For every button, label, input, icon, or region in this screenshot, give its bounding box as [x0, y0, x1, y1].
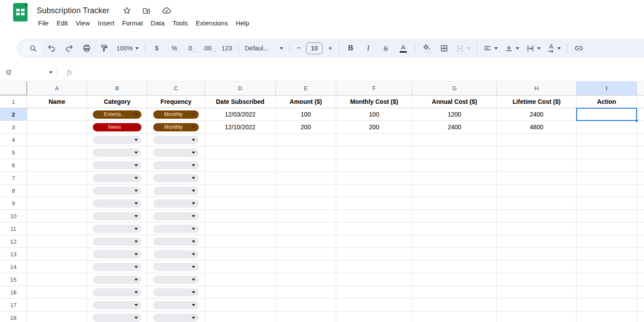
dropdown-chip-B15[interactable]	[93, 276, 141, 284]
cell-B2[interactable]: Enterta...	[87, 108, 148, 121]
menu-format[interactable]: Format	[118, 18, 147, 28]
cell-H4[interactable]	[497, 134, 577, 146]
row-header-11[interactable]: 11	[0, 223, 27, 235]
dropdown-chip-C8[interactable]	[153, 187, 199, 195]
redo-button[interactable]	[60, 41, 78, 55]
cell-F5[interactable]	[336, 146, 412, 159]
cell-I5[interactable]	[577, 146, 637, 159]
menu-insert[interactable]: Insert	[94, 18, 118, 28]
font-size-input[interactable]: 10	[306, 42, 323, 54]
cell-A11[interactable]	[27, 223, 87, 235]
dropdown-chip-C7[interactable]	[153, 174, 199, 182]
cell-C3[interactable]: Monthly	[148, 121, 205, 134]
menu-file[interactable]: File	[34, 18, 53, 28]
column-header-partial[interactable]	[637, 81, 644, 96]
dropdown-chip-C9[interactable]	[153, 199, 199, 208]
paint-format-button[interactable]	[95, 41, 113, 55]
cell-C6[interactable]	[148, 159, 205, 172]
dropdown-chip-C3[interactable]: Monthly	[153, 123, 199, 131]
cell-D10[interactable]	[205, 210, 276, 223]
dropdown-chip-C10[interactable]	[153, 212, 199, 220]
cell-H12[interactable]	[497, 235, 577, 248]
dropdown-chip-B17[interactable]	[93, 301, 141, 309]
cell-G6[interactable]	[412, 159, 497, 172]
cell-G11[interactable]	[412, 223, 497, 235]
cell-E16[interactable]	[276, 286, 336, 299]
cell-A3[interactable]	[27, 121, 87, 134]
vertical-align-button[interactable]	[501, 41, 523, 55]
row-header-12[interactable]: 12	[0, 235, 27, 248]
dropdown-chip-C16[interactable]	[153, 288, 199, 297]
dropdown-chip-C15[interactable]	[153, 276, 199, 284]
cell-B16[interactable]	[87, 286, 148, 299]
merge-cells-button[interactable]	[453, 41, 474, 55]
cell-F17[interactable]	[336, 299, 412, 311]
menu-tools[interactable]: Tools	[169, 18, 192, 28]
cell-C11[interactable]	[148, 223, 205, 235]
cell-J4-partial[interactable]	[637, 134, 644, 146]
row-header-6[interactable]: 6	[0, 159, 27, 172]
cell-I13[interactable]	[577, 248, 637, 261]
row-header-1[interactable]: 1	[0, 96, 27, 108]
dropdown-chip-B2[interactable]: Enterta...	[93, 110, 141, 119]
cell-A8[interactable]	[27, 184, 87, 197]
cell-E8[interactable]	[276, 184, 336, 197]
dropdown-chip-B7[interactable]	[93, 174, 141, 182]
cell-D1[interactable]: Date Subscribed	[205, 96, 276, 108]
row-header-9[interactable]: 9	[0, 197, 27, 210]
cell-G12[interactable]	[412, 235, 497, 248]
cell-C12[interactable]	[148, 235, 205, 248]
cell-A17[interactable]	[27, 299, 87, 311]
dropdown-chip-B16[interactable]	[93, 288, 141, 297]
column-header-d[interactable]: D	[205, 81, 276, 96]
cell-B3[interactable]: News	[87, 121, 148, 134]
cell-F7[interactable]	[336, 172, 412, 184]
cell-E17[interactable]	[276, 299, 336, 311]
cell-I12[interactable]	[577, 235, 637, 248]
cell-G3[interactable]: 2400	[412, 121, 497, 134]
cell-I8[interactable]	[577, 184, 637, 197]
cell-J7-partial[interactable]	[637, 172, 644, 184]
dropdown-chip-B13[interactable]	[93, 250, 141, 258]
borders-button[interactable]	[435, 41, 453, 55]
formula-input[interactable]	[72, 64, 644, 81]
cell-A4[interactable]	[27, 134, 87, 146]
cell-G5[interactable]	[412, 146, 497, 159]
row-header-4[interactable]: 4	[0, 134, 27, 146]
fill-handle[interactable]	[635, 119, 638, 122]
cell-B15[interactable]	[87, 273, 148, 286]
cell-G9[interactable]	[412, 197, 497, 210]
row-header-17[interactable]: 17	[0, 299, 27, 311]
row-header-5[interactable]: 5	[0, 146, 27, 159]
cell-F4[interactable]	[336, 134, 412, 146]
cell-J18-partial[interactable]	[637, 311, 644, 322]
document-title[interactable]: Subscription Tracker	[37, 6, 109, 15]
cell-B6[interactable]	[87, 159, 148, 172]
dropdown-chip-C11[interactable]	[153, 225, 199, 233]
cell-C7[interactable]	[148, 172, 205, 184]
cell-D16[interactable]	[205, 286, 276, 299]
cell-D7[interactable]	[205, 172, 276, 184]
cell-G16[interactable]	[412, 286, 497, 299]
cell-H18[interactable]	[497, 311, 577, 322]
row-header-16[interactable]: 16	[0, 286, 27, 299]
cell-D4[interactable]	[205, 134, 276, 146]
cell-B17[interactable]	[87, 299, 148, 311]
cell-C17[interactable]	[148, 299, 205, 311]
cell-A15[interactable]	[27, 273, 87, 286]
cell-B18[interactable]	[87, 311, 148, 322]
cell-C15[interactable]	[148, 273, 205, 286]
cell-B4[interactable]	[87, 134, 148, 146]
menu-extensions[interactable]: Extensions	[192, 18, 232, 28]
cell-D5[interactable]	[205, 146, 276, 159]
cell-I10[interactable]	[577, 210, 637, 223]
cell-I15[interactable]	[577, 273, 637, 286]
cell-J13-partial[interactable]	[637, 248, 644, 261]
search-menus-button[interactable]	[20, 41, 43, 55]
column-header-e[interactable]: E	[276, 81, 336, 96]
cell-J14-partial[interactable]	[637, 261, 644, 273]
cell-J11-partial[interactable]	[637, 223, 644, 235]
cell-D12[interactable]	[205, 235, 276, 248]
cell-B5[interactable]	[87, 146, 148, 159]
cell-H10[interactable]	[497, 210, 577, 223]
